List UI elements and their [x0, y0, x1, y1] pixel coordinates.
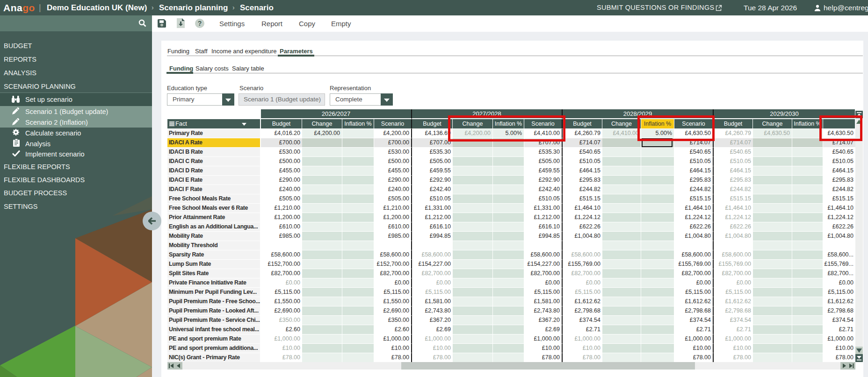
svg-text:?: ?	[198, 20, 202, 27]
